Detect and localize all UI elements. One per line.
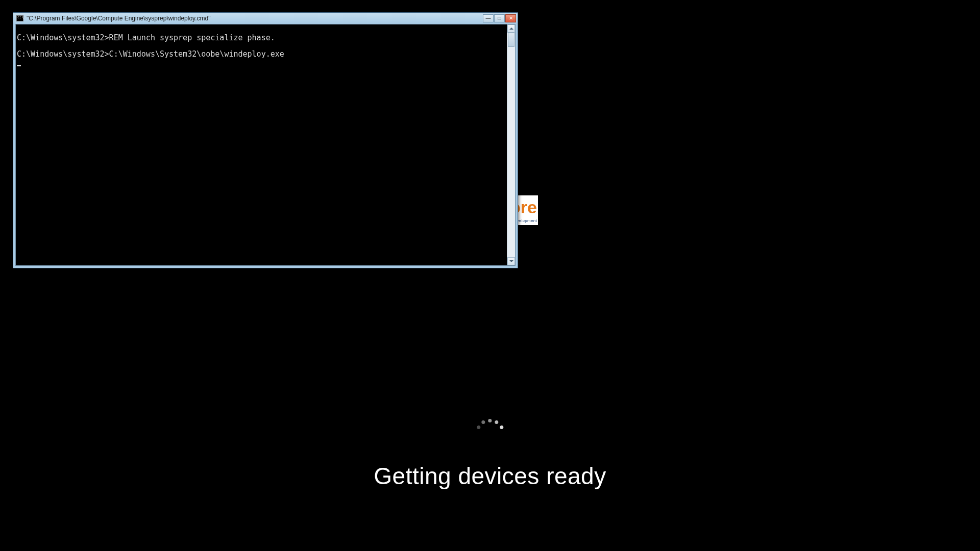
vertical-scrollbar[interactable] [507,24,515,265]
logo-fragment-large: ore [517,198,537,216]
oobe-status: Getting devices ready [374,418,606,490]
chevron-up-icon [509,27,513,31]
text-cursor [17,65,21,66]
loading-spinner-icon [475,418,505,449]
console-output[interactable]: C:\Windows\system32>REM Launch sysprep s… [16,24,507,265]
titlebar[interactable]: "C:\Program Files\Google\Compute Engine\… [13,13,518,24]
scroll-thumb[interactable] [508,33,514,47]
maximize-icon: □ [498,16,501,21]
logo-fragment-small: velopment [517,219,537,223]
scroll-up-button[interactable] [507,24,515,33]
command-prompt-window[interactable]: "C:\Program Files\Google\Compute Engine\… [13,12,518,268]
minimize-button[interactable]: — [483,14,494,22]
window-title: "C:\Program Files\Google\Compute Engine\… [27,15,210,22]
background-logo-card: ore velopment [517,195,538,225]
maximize-button[interactable]: □ [494,14,505,22]
chevron-down-icon [509,259,513,263]
oobe-message: Getting devices ready [374,462,606,490]
scroll-down-button[interactable] [507,257,515,265]
close-icon: ✕ [509,16,513,21]
window-buttons: — □ ✕ [483,14,516,22]
spinner-dot [482,420,485,424]
spinner-dot [500,425,503,429]
client-area: C:\Windows\system32>REM Launch sysprep s… [15,24,516,266]
minimize-icon: — [486,16,491,21]
spinner-dot [495,420,499,424]
spinner-dot [488,419,492,422]
scroll-track[interactable] [507,33,515,257]
spinner-dot [477,425,480,429]
cmd-system-icon[interactable] [16,15,23,21]
close-button[interactable]: ✕ [505,14,516,22]
